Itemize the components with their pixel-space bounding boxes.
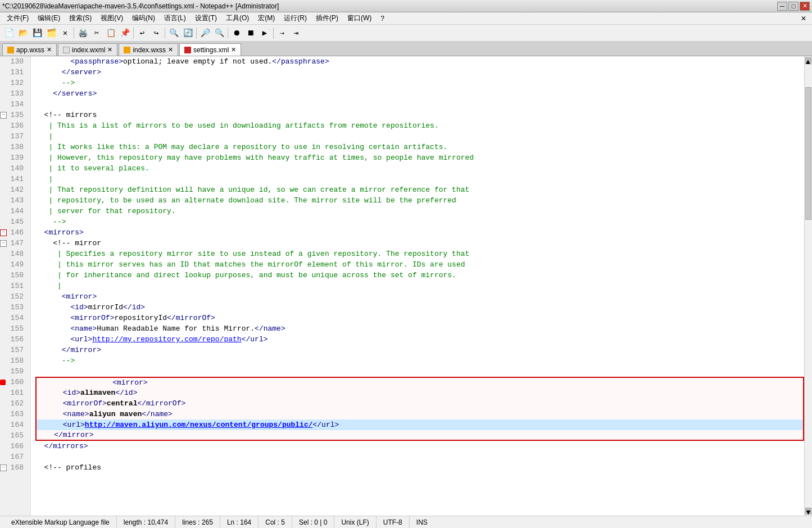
status-col: Col : 5 [258,516,292,528]
gutter-line-159: 159 [0,366,27,377]
code-line-151: | [35,281,804,291]
scrollbar-thumb-bottom[interactable]: ▼ [805,508,811,515]
status-ins: INS [410,516,434,528]
gutter-line-149: 149 [0,259,27,270]
menu-tools[interactable]: 工具(O) [221,12,253,24]
menu-language[interactable]: 语言(L) [160,12,190,24]
status-length: length : 10,474 [117,516,175,528]
tab-label-settings-xml: settings.xml [193,46,229,54]
menu-settings[interactable]: 设置(T) [190,12,221,24]
tab-close-settings-xml[interactable]: ✕ [231,46,236,53]
code-line-136: | This is a list of mirrors to be used i… [35,120,804,131]
fold-marker-146[interactable]: − [0,229,7,236]
cut-button[interactable]: ✂️ [90,26,103,40]
fold-marker-168[interactable]: − [0,464,7,471]
line-number-168: 168 [8,462,24,473]
print-button[interactable]: 🖨️ [76,26,89,40]
indent-button[interactable]: ⇥ [289,26,303,40]
maximize-button[interactable]: □ [788,2,799,11]
close-button[interactable]: ✕ [800,2,810,11]
menu-plugins[interactable]: 插件(P) [311,12,343,24]
line-number-160: 160 [7,377,24,387]
close-button2[interactable]: ✕ [58,26,72,40]
comment-text-145: --> [35,216,66,227]
code-line-149: | this mirror serves has an ID that matc… [35,259,804,270]
line-number-134: 134 [0,99,24,110]
scrollbar-thumb-top[interactable]: ▲ [805,57,811,64]
menu-run[interactable]: 运行(R) [279,12,311,24]
toolbar: 📄 📂 💾 🗂️ ✕ 🖨️ ✂️ 📋 📌 ↩ ↪ 🔍 🔄 🔎 🔍 ⏺ ⏹ ▶ ⇢… [0,25,812,42]
save-all-button[interactable]: 🗂️ [44,26,58,40]
tab-index-wxss[interactable]: index.wxss ✕ [119,43,178,56]
scrollbar-handle[interactable] [805,87,811,220]
zoom-in-button[interactable]: 🔎 [198,26,212,40]
macro-stop-button[interactable]: ⏹ [244,26,257,40]
macro-record-button[interactable]: ⏺ [230,26,243,40]
fold-marker-135[interactable]: − [0,112,7,119]
line-number-148: 148 [0,249,24,259]
code-line-143: | repository, to be used as an alternate… [35,195,804,206]
menu-file[interactable]: 文件(F) [2,12,33,24]
save-button[interactable]: 💾 [30,26,44,40]
menu-edit[interactable]: 编辑(E) [33,12,65,24]
undo-button[interactable]: ↩ [135,26,149,40]
tab-close-index-wxml[interactable]: ✕ [107,46,112,53]
tab-settings-xml[interactable]: settings.xml ✕ [179,43,241,56]
code-editor[interactable]: <passphrase>optional; leave empty if not… [31,56,804,516]
comment-text-137: | [35,131,53,142]
code-text-135: <!-- mirrors [35,110,97,120]
code-line-159 [35,366,804,377]
macro-play-button[interactable]: ▶ [258,26,271,40]
new-button[interactable]: 📄 [2,26,16,40]
fold-marker-147[interactable]: − [0,240,7,247]
menu-view[interactable]: 视图(V) [96,12,128,24]
code-text-160: <mirror> [95,377,148,388]
gutter-line-133: 133 [0,88,27,99]
open-button[interactable]: 📂 [16,26,30,40]
menu-window[interactable]: 窗口(W) [343,12,376,24]
gutter-line-134: 134 [0,99,27,110]
code-line-152: <mirror> [35,291,804,302]
menu-close[interactable]: ✕ [797,13,810,24]
gutter-line-155: 155 [0,323,27,334]
code-line-138: | It works like this: a POM may declare … [35,142,804,152]
tab-app-wxss[interactable]: app.wxss ✕ [2,43,57,56]
tab-close-app-wxss[interactable]: ✕ [47,46,52,53]
wrap-button[interactable]: ⇢ [275,26,289,40]
zoom-out-button[interactable]: 🔍 [212,26,226,40]
comment-text-136: | This is a list of mirrors to be used i… [35,120,439,131]
line-number-138: 138 [0,142,24,152]
vertical-scrollbar[interactable]: ▲ ▼ [804,56,812,516]
link-text-156[interactable]: http://my.repository.com/repo/path [92,334,241,345]
code-line-135: <!-- mirrors [35,110,804,120]
code-line-130: <passphrase>optional; leave empty if not… [35,56,804,67]
comment-text-140: | it to several places. [35,163,149,174]
gutter-line-165: 165 [0,430,27,441]
line-number-146: 146 [8,227,24,238]
code-line-132: --> [35,78,804,88]
tab-close-index-wxss[interactable]: ✕ [168,46,173,53]
code-line-162: <mirrorOf>central</mirrorOf> [35,398,804,409]
gutter-line-157: 157 [0,345,27,355]
minimize-button[interactable]: ─ [777,2,787,11]
paste-button[interactable]: 📌 [118,26,131,40]
code-text-154: <mirrorOf>repositoryId</mirrorOf> [35,313,215,323]
tab-index-wxml[interactable]: index.wxml ✕ [58,43,117,56]
find-button[interactable]: 🔍 [167,26,180,40]
code-line-156: <url>http://my.repository.com/repo/path<… [35,334,804,345]
code-line-140: | it to several places. [35,163,804,174]
comment-text-141: | [35,174,53,184]
menu-macro[interactable]: 宏(M) [253,12,279,24]
code-line-163: <name>aliyun maven</name> [35,409,804,419]
redo-button[interactable]: ↪ [149,26,163,40]
comment-text-149: | this mirror serves has an ID that matc… [35,259,465,270]
gutter-line-143: 143 [0,195,27,206]
menu-help[interactable]: ? [376,13,389,24]
code-line-146: <mirrors> [35,227,804,238]
menu-encode[interactable]: 编码(N) [128,12,160,24]
replace-button[interactable]: 🔄 [181,26,194,40]
copy-button[interactable]: 📋 [104,26,117,40]
line-number-152: 152 [0,291,24,302]
menu-search[interactable]: 搜索(S) [65,12,96,24]
link-text-164[interactable]: http://maven.aliyun.com/nexus/content/gr… [85,419,313,430]
